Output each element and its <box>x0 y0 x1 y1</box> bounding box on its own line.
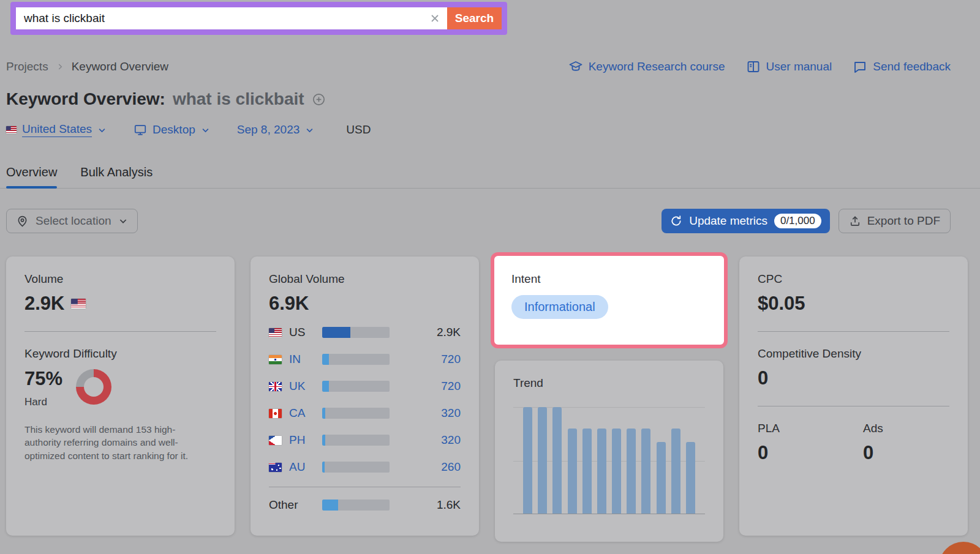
ca-flag-icon <box>269 409 282 418</box>
global-volume-row: CA320 <box>269 404 461 422</box>
global-volume-card: Global Volume 6.9K US2.9KIN720UK720CA320… <box>251 256 479 536</box>
country-volume-value[interactable]: 320 <box>390 433 461 447</box>
keyword-difficulty-row: 75% Hard <box>24 368 216 408</box>
country-label[interactable]: IN <box>289 353 322 366</box>
country-volume-value[interactable]: 720 <box>390 353 461 366</box>
volume-bar-fill <box>322 327 350 338</box>
volume-bar-track <box>322 500 390 511</box>
country-label[interactable]: UK <box>289 380 322 393</box>
add-keyword-icon[interactable] <box>312 92 326 107</box>
help-link-label: Send feedback <box>873 60 951 73</box>
page-title: Keyword Overview: what is clickbait <box>6 89 951 109</box>
graduation-cap-icon <box>568 59 583 74</box>
currency-label: USD <box>346 123 371 137</box>
country-filter-label: United States <box>22 122 92 137</box>
ads-value: 0 <box>863 442 883 464</box>
clear-search-icon[interactable] <box>423 7 447 29</box>
competitive-density-value: 0 <box>758 367 949 389</box>
volume-bar-fill <box>322 381 329 392</box>
country-label[interactable]: PH <box>289 433 322 447</box>
device-filter-label: Desktop <box>153 123 195 137</box>
device-filter[interactable]: Desktop <box>134 123 210 137</box>
volume-bar-fill <box>322 408 325 419</box>
book-icon <box>746 59 761 74</box>
competitive-density-title: Competitive Density <box>758 347 949 361</box>
chat-fab-button[interactable] <box>939 542 980 554</box>
trend-bars <box>523 407 695 514</box>
divider <box>24 331 216 332</box>
cpc-value: $0.05 <box>758 293 949 315</box>
divider <box>758 331 949 332</box>
page-title-keyword: what is clickbait <box>173 89 304 109</box>
trend-bar <box>582 429 592 514</box>
trend-bar <box>641 429 650 514</box>
filters-bar: United States Desktop Sep 8, 2023 USD <box>6 122 951 137</box>
us-flag-icon <box>71 299 86 309</box>
intent-title: Intent <box>511 272 707 286</box>
country-label: US <box>289 326 322 339</box>
volume-bar-fill <box>322 500 338 511</box>
country-volume-value[interactable]: 260 <box>390 460 461 474</box>
chevron-down-icon <box>118 216 128 226</box>
volume-bar-track <box>322 462 390 473</box>
country-label[interactable]: AU <box>289 460 322 474</box>
breadcrumb-keyword-overview: Keyword Overview <box>72 60 168 73</box>
volume-bar-fill <box>322 462 325 473</box>
trend-bar <box>657 442 666 514</box>
breadcrumb: Projects Keyword Overview <box>6 60 168 73</box>
volume-title: Volume <box>24 272 216 286</box>
country-label[interactable]: CA <box>289 406 322 420</box>
volume-value-row: 2.9K <box>24 293 216 315</box>
monitor-icon <box>134 123 147 137</box>
user-manual-link[interactable]: User manual <box>746 59 832 74</box>
ph-flag-icon <box>269 436 282 445</box>
volume-bar-track <box>322 354 390 365</box>
tab-overview[interactable]: Overview <box>6 165 57 189</box>
search-input[interactable] <box>16 7 423 29</box>
keyword-difficulty-title: Keyword Difficulty <box>24 347 216 361</box>
send-feedback-link[interactable]: Send feedback <box>853 59 951 74</box>
global-volume-row: AU260 <box>269 458 461 476</box>
country-volume-value: 1.6K <box>390 498 461 512</box>
pla-value: 0 <box>758 442 863 464</box>
country-volume-value[interactable]: 720 <box>390 380 461 393</box>
breadcrumb-projects[interactable]: Projects <box>6 60 48 73</box>
volume-bar-track <box>322 327 390 338</box>
volume-bar-track <box>322 435 390 446</box>
chevron-down-icon <box>305 125 314 135</box>
export-pdf-button[interactable]: Export to PDF <box>839 209 951 233</box>
us-flag-icon <box>269 328 282 337</box>
country-label: Other <box>269 498 322 512</box>
trend-bar <box>538 407 547 514</box>
country-volume-value[interactable]: 320 <box>390 406 461 420</box>
select-location-button[interactable]: Select location <box>6 209 138 233</box>
update-metrics-button[interactable]: Update metrics 0/1,000 <box>662 209 830 233</box>
volume-bar-fill <box>322 435 325 446</box>
keyword-difficulty-value: 75% <box>24 368 62 390</box>
keyword-difficulty-donut <box>76 369 111 405</box>
volume-bar-track <box>322 408 390 419</box>
search-button[interactable]: Search <box>447 7 502 29</box>
keyword-research-course-link[interactable]: Keyword Research course <box>568 59 725 74</box>
update-quota-badge: 0/1,000 <box>774 214 821 228</box>
top-bar: Projects Keyword Overview Keyword Resear… <box>6 59 951 74</box>
tab-bulk-analysis[interactable]: Bulk Analysis <box>80 165 153 189</box>
global-volume-title: Global Volume <box>269 272 461 286</box>
uk-flag-icon <box>269 382 282 391</box>
country-filter[interactable]: United States <box>6 122 107 137</box>
speech-bubble-icon <box>853 59 867 74</box>
in-flag-icon <box>269 355 282 364</box>
global-volume-row: UK720 <box>269 377 461 395</box>
export-icon <box>849 215 861 227</box>
trend-bar <box>523 407 532 514</box>
volume-card: Volume 2.9K Keyword Difficulty 75% Hard … <box>6 256 235 536</box>
volume-bar-track <box>322 381 390 392</box>
intent-badge[interactable]: Informational <box>511 295 608 319</box>
help-link-label: Keyword Research course <box>589 60 725 73</box>
intent-card: Intent Informational <box>491 252 728 348</box>
global-volume-row: PH320 <box>269 431 461 449</box>
global-volume-rows: US2.9KIN720UK720CA320PH320AU260Other1.6K <box>269 323 461 514</box>
help-link-label: User manual <box>766 60 832 73</box>
date-filter[interactable]: Sep 8, 2023 <box>237 123 314 137</box>
chevron-right-icon <box>56 62 64 71</box>
